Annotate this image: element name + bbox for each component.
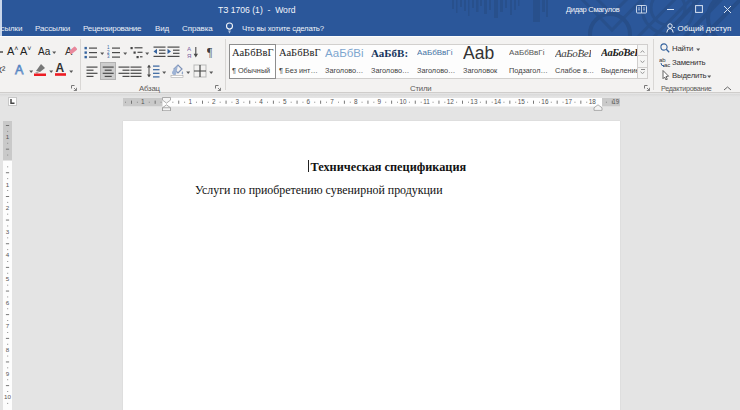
svg-text:6: 6: [6, 299, 10, 306]
svg-text:2: 2: [6, 204, 10, 211]
svg-text:А: А: [187, 45, 192, 52]
svg-text:17: 17: [565, 98, 573, 105]
svg-text:4: 4: [259, 98, 263, 105]
svg-text:1: 1: [6, 133, 10, 140]
svg-text:9: 9: [378, 98, 382, 105]
svg-text:1: 1: [6, 181, 10, 188]
svg-text:5: 5: [6, 275, 10, 282]
svg-text:18: 18: [589, 98, 597, 105]
svg-text:10: 10: [399, 98, 407, 105]
svg-text:8: 8: [354, 98, 358, 105]
svg-text:3: 3: [236, 98, 240, 105]
svg-text:16: 16: [541, 98, 549, 105]
svg-text:2: 2: [212, 98, 216, 105]
svg-text:19: 19: [612, 98, 620, 105]
svg-text:8: 8: [6, 346, 10, 353]
svg-text:13: 13: [470, 98, 478, 105]
svg-text:7: 7: [330, 98, 334, 105]
svg-text:ac: ac: [664, 62, 670, 67]
svg-text:15: 15: [518, 98, 526, 105]
svg-text:3: 3: [6, 228, 10, 235]
svg-text:5: 5: [283, 98, 287, 105]
svg-text:14: 14: [494, 98, 502, 105]
svg-text:11: 11: [423, 98, 430, 105]
svg-text:7: 7: [6, 322, 10, 329]
svg-text:10: 10: [4, 393, 11, 400]
svg-text:¶: ¶: [207, 46, 213, 58]
svg-text:1: 1: [141, 98, 145, 105]
svg-text:3: 3: [107, 54, 110, 59]
svg-text:6: 6: [307, 98, 311, 105]
svg-text:9: 9: [6, 370, 10, 377]
svg-text:1: 1: [188, 98, 192, 105]
svg-text:Я: Я: [187, 52, 191, 59]
svg-text:А: А: [56, 61, 65, 75]
svg-text:А: А: [15, 63, 24, 76]
svg-text:12: 12: [447, 98, 455, 105]
svg-text:4: 4: [6, 251, 10, 258]
